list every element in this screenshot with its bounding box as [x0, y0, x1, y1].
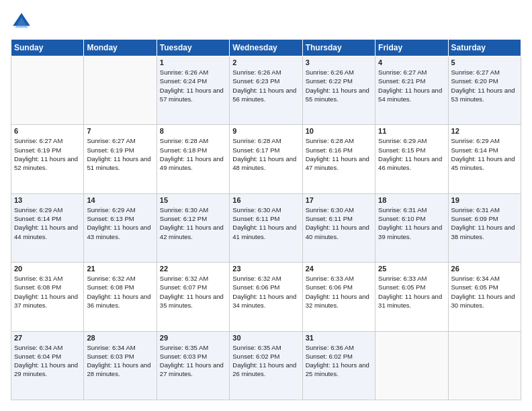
calendar-cell: 27Sunrise: 6:34 AMSunset: 6:04 PMDayligh…: [11, 331, 84, 400]
day-info-line: Daylight: 11 hours and 40 minutes.: [306, 223, 372, 241]
day-info-line: Sunset: 6:18 PM: [160, 146, 226, 154]
calendar-cell: 30Sunrise: 6:35 AMSunset: 6:02 PMDayligh…: [230, 331, 302, 400]
day-number: 23: [232, 265, 299, 273]
day-info-line: Sunrise: 6:30 AM: [306, 205, 372, 214]
calendar-cell: 5Sunrise: 6:27 AMSunset: 6:20 PMDaylight…: [448, 56, 521, 125]
day-info-line: Sunset: 6:16 PM: [306, 146, 372, 154]
day-info-line: Sunrise: 6:27 AM: [451, 68, 518, 77]
calendar-cell: 18Sunrise: 6:31 AMSunset: 6:10 PMDayligh…: [375, 193, 448, 262]
logo: [11, 11, 35, 32]
calendar-table: SundayMondayTuesdayWednesdayThursdayFrid…: [11, 39, 521, 400]
day-info-line: Sunrise: 6:30 AM: [160, 205, 226, 214]
calendar-cell: 22Sunrise: 6:32 AMSunset: 6:07 PMDayligh…: [157, 263, 229, 331]
day-info-line: Sunrise: 6:30 AM: [232, 205, 299, 214]
day-info-line: Sunset: 6:08 PM: [87, 283, 153, 291]
calendar-cell: 23Sunrise: 6:32 AMSunset: 6:06 PMDayligh…: [230, 263, 302, 331]
day-number: 31: [306, 334, 372, 342]
day-number: 8: [160, 127, 226, 135]
calendar-cell: 14Sunrise: 6:29 AMSunset: 6:13 PMDayligh…: [84, 193, 157, 262]
day-info-line: Sunset: 6:02 PM: [232, 352, 299, 361]
day-number: 20: [14, 265, 81, 273]
day-info-line: Sunset: 6:10 PM: [378, 214, 445, 223]
day-info-line: Sunrise: 6:34 AM: [87, 343, 153, 352]
day-info-line: Sunset: 6:14 PM: [451, 146, 518, 154]
day-info-line: Sunset: 6:11 PM: [232, 214, 299, 223]
calendar-cell: 4Sunrise: 6:27 AMSunset: 6:21 PMDaylight…: [375, 56, 448, 125]
calendar-cell: 26Sunrise: 6:34 AMSunset: 6:05 PMDayligh…: [448, 263, 521, 331]
day-info-line: Sunrise: 6:36 AM: [306, 343, 372, 352]
day-number: 28: [87, 334, 153, 342]
day-info-line: Daylight: 11 hours and 46 minutes.: [378, 154, 445, 173]
calendar-cell: [375, 331, 448, 400]
day-number: 9: [232, 127, 299, 135]
calendar-cell: 13Sunrise: 6:29 AMSunset: 6:14 PMDayligh…: [11, 193, 84, 262]
day-number: 13: [14, 196, 81, 204]
calendar-cell: 12Sunrise: 6:29 AMSunset: 6:14 PMDayligh…: [448, 125, 521, 193]
day-info-line: Sunset: 6:24 PM: [160, 77, 226, 85]
day-info-line: Sunset: 6:08 PM: [14, 283, 81, 291]
day-number: 11: [378, 127, 445, 135]
calendar-cell: 19Sunrise: 6:31 AMSunset: 6:09 PMDayligh…: [448, 193, 521, 262]
day-info-line: Sunset: 6:15 PM: [378, 146, 445, 154]
day-info-line: Sunrise: 6:31 AM: [14, 274, 81, 283]
calendar-cell: 9Sunrise: 6:28 AMSunset: 6:17 PMDaylight…: [230, 125, 302, 193]
day-info-line: Daylight: 11 hours and 28 minutes.: [87, 361, 153, 379]
day-info-line: Sunrise: 6:27 AM: [87, 136, 153, 145]
day-number: 6: [14, 127, 81, 135]
calendar-cell: 31Sunrise: 6:36 AMSunset: 6:02 PMDayligh…: [302, 331, 375, 400]
day-info-line: Sunset: 6:23 PM: [232, 77, 299, 85]
day-number: 25: [378, 265, 445, 273]
day-info-line: Daylight: 11 hours and 43 minutes.: [87, 223, 153, 241]
day-info-line: Daylight: 11 hours and 34 minutes.: [232, 292, 299, 310]
day-info-line: Sunset: 6:20 PM: [451, 77, 518, 85]
day-number: 15: [160, 196, 226, 204]
day-info-line: Sunrise: 6:27 AM: [378, 68, 445, 77]
day-info-line: Sunrise: 6:29 AM: [14, 205, 81, 214]
week-row-5: 27Sunrise: 6:34 AMSunset: 6:04 PMDayligh…: [11, 331, 521, 400]
day-number: 3: [306, 58, 372, 66]
week-row-1: 1Sunrise: 6:26 AMSunset: 6:24 PMDaylight…: [11, 56, 521, 125]
day-info-line: Sunset: 6:06 PM: [306, 283, 372, 291]
day-info-line: Sunrise: 6:26 AM: [232, 68, 299, 77]
calendar-cell: [84, 56, 157, 125]
day-info-line: Sunset: 6:14 PM: [14, 214, 81, 223]
day-number: 24: [306, 265, 372, 273]
day-info-line: Sunset: 6:13 PM: [87, 214, 153, 223]
day-info-line: Sunrise: 6:26 AM: [306, 68, 372, 77]
day-info-line: Daylight: 11 hours and 51 minutes.: [87, 154, 153, 173]
day-info-line: Sunset: 6:11 PM: [306, 214, 372, 223]
day-info-line: Sunset: 6:22 PM: [306, 77, 372, 85]
day-number: 4: [378, 58, 445, 66]
day-header-tuesday: Tuesday: [157, 40, 229, 56]
day-info-line: Sunset: 6:03 PM: [87, 352, 153, 361]
day-info-line: Sunset: 6:19 PM: [87, 146, 153, 154]
day-info-line: Sunset: 6:05 PM: [378, 283, 445, 291]
day-header-thursday: Thursday: [302, 40, 375, 56]
day-info-line: Sunset: 6:03 PM: [160, 352, 226, 361]
calendar-cell: 2Sunrise: 6:26 AMSunset: 6:23 PMDaylight…: [230, 56, 302, 125]
week-row-3: 13Sunrise: 6:29 AMSunset: 6:14 PMDayligh…: [11, 193, 521, 262]
day-header-saturday: Saturday: [448, 40, 521, 56]
day-number: 21: [87, 265, 153, 273]
day-number: 30: [232, 334, 299, 342]
day-number: 29: [160, 334, 226, 342]
day-info-line: Sunrise: 6:34 AM: [14, 343, 81, 352]
day-info-line: Sunset: 6:17 PM: [232, 146, 299, 154]
calendar-cell: 6Sunrise: 6:27 AMSunset: 6:19 PMDaylight…: [11, 125, 84, 193]
day-info-line: Daylight: 11 hours and 45 minutes.: [451, 154, 518, 173]
day-info-line: Sunrise: 6:31 AM: [451, 205, 518, 214]
day-number: 1: [160, 58, 226, 66]
page: SundayMondayTuesdayWednesdayThursdayFrid…: [0, 0, 532, 411]
day-info-line: Sunrise: 6:28 AM: [232, 136, 299, 145]
day-info-line: Daylight: 11 hours and 38 minutes.: [451, 223, 518, 241]
day-info-line: Daylight: 11 hours and 35 minutes.: [160, 292, 226, 310]
day-info-line: Daylight: 11 hours and 42 minutes.: [160, 223, 226, 241]
calendar-header: SundayMondayTuesdayWednesdayThursdayFrid…: [11, 40, 521, 56]
day-info-line: Daylight: 11 hours and 52 minutes.: [14, 154, 81, 173]
day-number: 2: [232, 58, 299, 66]
day-info-line: Sunset: 6:19 PM: [14, 146, 81, 154]
calendar-cell: 25Sunrise: 6:33 AMSunset: 6:05 PMDayligh…: [375, 263, 448, 331]
day-info-line: Sunrise: 6:35 AM: [232, 343, 299, 352]
day-info-line: Sunrise: 6:28 AM: [306, 136, 372, 145]
day-info-line: Sunset: 6:04 PM: [14, 352, 81, 361]
